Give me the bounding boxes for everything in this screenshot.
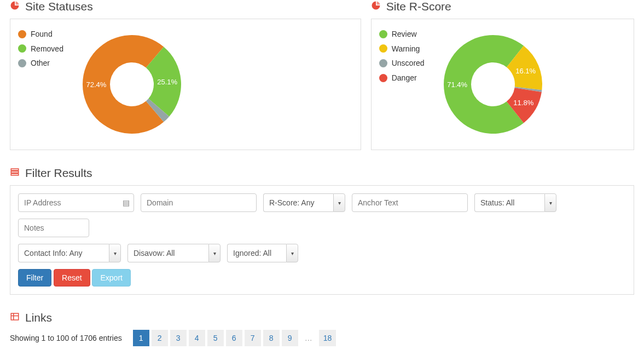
disavow-select[interactable]: Disavow: All ▾ <box>127 244 221 262</box>
donut-slice <box>83 35 164 134</box>
pagination-page[interactable]: 18 <box>319 330 336 346</box>
legend-dot <box>379 30 387 38</box>
section-title-text: Filter Results <box>25 167 92 180</box>
donut-slice <box>444 35 524 134</box>
legend-item: Warning <box>379 42 425 56</box>
legend-site-rscore: ReviewWarningUnscoredDanger <box>379 27 425 85</box>
reset-button[interactable]: Reset <box>54 269 90 287</box>
contact-info-select-text: Contact Info: Any <box>18 244 109 262</box>
legend-item: Danger <box>379 71 425 85</box>
legend-dot <box>379 74 387 82</box>
anchor-text-input[interactable] <box>352 193 468 212</box>
legend-item: Unscored <box>379 56 425 71</box>
legend-label: Warning <box>392 42 420 56</box>
chevron-down-icon[interactable]: ▾ <box>544 193 556 212</box>
legend-label: Found <box>31 27 53 42</box>
domain-input[interactable] <box>141 193 257 212</box>
status-select[interactable]: Status: All ▾ <box>474 193 556 212</box>
status-select-text: Status: All <box>474 193 544 212</box>
legend-dot <box>18 59 26 67</box>
legend-label: Unscored <box>392 56 425 71</box>
legend-site-statuses: FoundRemovedOther <box>18 27 63 71</box>
chevron-down-icon[interactable]: ▾ <box>333 193 345 212</box>
ip-address-input[interactable] <box>18 193 134 212</box>
pie-icon <box>371 0 381 13</box>
section-title-text: Links <box>25 311 52 324</box>
legend-item: Removed <box>18 42 63 56</box>
pagination: 123456789…18 <box>133 330 336 346</box>
chevron-down-icon[interactable]: ▾ <box>286 244 298 262</box>
notes-input[interactable] <box>18 219 89 237</box>
disavow-select-text: Disavow: All <box>127 244 208 262</box>
table-icon <box>10 311 20 324</box>
chevron-down-icon[interactable]: ▾ <box>109 244 121 262</box>
svg-rect-0 <box>11 169 19 170</box>
pagination-ellipsis: … <box>300 330 317 346</box>
pagination-page[interactable]: 1 <box>133 330 149 346</box>
pagination-page[interactable]: 9 <box>282 330 298 346</box>
panel-site-rscore: Site R-Score ReviewWarningUnscoredDanger… <box>371 0 634 150</box>
export-button[interactable]: Export <box>92 269 130 287</box>
legend-label: Other <box>31 56 50 71</box>
filter-icon <box>10 167 20 180</box>
svg-rect-2 <box>11 174 19 175</box>
legend-dot <box>18 44 26 53</box>
pagination-page[interactable]: 3 <box>170 330 187 346</box>
donut-chart-rscore: 71.4%16.1%11.8% <box>436 27 550 142</box>
pagination-page[interactable]: 2 <box>152 330 168 346</box>
svg-rect-3 <box>11 313 19 320</box>
pagination-page[interactable]: 8 <box>263 330 280 346</box>
chevron-down-icon[interactable]: ▾ <box>208 244 221 262</box>
rscore-select[interactable]: R-Score: Any ▾ <box>263 193 345 212</box>
ignored-select-text: Ignored: All <box>227 244 286 262</box>
donut-chart-statuses: 72.4%25.1% <box>74 27 189 142</box>
legend-item: Found <box>18 27 63 42</box>
filter-button[interactable]: Filter <box>18 269 51 287</box>
svg-rect-1 <box>11 171 19 173</box>
filter-results-box: ▤ R-Score: Any ▾ Status: All ▾ Contact I… <box>10 185 634 295</box>
legend-label: Review <box>392 27 417 42</box>
legend-dot <box>379 44 387 53</box>
showing-entries-text: Showing 1 to 100 of 1706 entries <box>10 334 122 342</box>
legend-dot <box>18 30 26 38</box>
legend-item: Other <box>18 56 63 71</box>
pagination-page[interactable]: 4 <box>189 330 205 346</box>
rscore-select-text: R-Score: Any <box>263 193 333 212</box>
legend-item: Review <box>379 27 425 42</box>
pagination-page[interactable]: 5 <box>207 330 224 346</box>
panel-title-text: Site R-Score <box>386 0 451 13</box>
legend-label: Danger <box>392 71 417 85</box>
panel-title-text: Site Statuses <box>25 0 93 13</box>
legend-label: Removed <box>31 42 63 56</box>
legend-dot <box>379 59 387 67</box>
pie-icon <box>10 0 20 13</box>
panel-site-statuses: Site Statuses FoundRemovedOther 72.4%25.… <box>10 0 361 150</box>
contact-info-select[interactable]: Contact Info: Any ▾ <box>18 244 121 262</box>
pagination-page[interactable]: 7 <box>245 330 261 346</box>
ignored-select[interactable]: Ignored: All ▾ <box>227 244 298 262</box>
pagination-page[interactable]: 6 <box>226 330 242 346</box>
